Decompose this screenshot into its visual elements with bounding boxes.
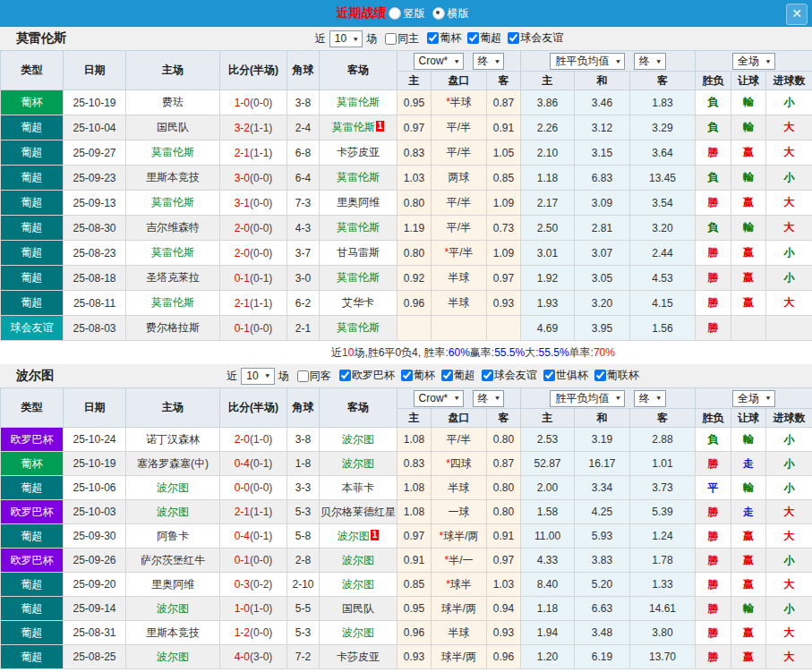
home-odds: 1.19 [397,216,432,241]
home-team-name: 阿鲁卡 [157,530,189,542]
handicap-line: 半球 [432,621,487,645]
halftime-score: (0-2) [250,578,272,591]
winloss-result: 勝 [696,597,731,621]
home-odds: 0.96 [397,291,432,316]
halftime-score: (0-0) [250,197,272,209]
handicap-result: 贏 [731,573,766,597]
match-count-select[interactable]: 10▼ [329,30,363,47]
chevron-down-icon: ▼ [655,57,662,64]
odds-time-dropdown[interactable]: 终▼ [473,53,505,70]
league-filter[interactable]: 葡联杯 [592,368,639,383]
handicap-result: 贏 [731,645,766,669]
match-date: 25-10-24 [64,428,126,452]
same-venue-filter[interactable]: 同主 [382,31,419,47]
scope-dropdown[interactable]: 全场▼ [732,53,775,70]
col-handicap: 让球 [731,409,766,428]
league-filter-label: 葡超 [454,368,475,383]
home-team: 圣塔克莱拉 [126,266,220,291]
avg-dropdown[interactable]: 胜平负均值▼ [550,53,625,70]
away-team-name: 卡莎皮亚 [337,651,380,663]
home-team-name: 莫雷伦斯 [151,196,194,208]
home-team: 阿鲁卡 [126,524,220,549]
home-odds: 0.80 [397,241,432,266]
same-venue-filter[interactable]: 同客 [295,369,331,384]
league-filter[interactable]: 欧罗巴杯 [337,368,395,383]
league-checkbox[interactable] [441,370,453,381]
col-odds-pan: 盘口 [432,72,487,90]
odds-group-header: Crow*▼ 终▼ [397,388,521,409]
col-odds-away: 客 [487,72,521,90]
league-checkbox[interactable] [508,32,519,44]
match-date: 25-09-23 [64,166,126,191]
avg-draw-value: 3.20 [592,297,612,310]
home-team: 里奥阿维 [126,573,220,597]
goals-result: 大 [766,140,812,166]
league-filter[interactable]: 球会友谊 [505,30,563,46]
league-filter[interactable]: 葡超 [439,368,475,383]
avg-home-value: 1.18 [537,172,558,184]
league-filter[interactable]: 球会友谊 [479,368,537,383]
league-checkbox[interactable] [401,370,413,381]
avg-dropdown[interactable]: 胜平负均值▼ [550,390,625,407]
handicap-result: 贏 [731,191,766,216]
away-team: 波尔图 [320,452,397,476]
league-checkbox[interactable] [467,32,479,44]
winloss-value: 勝 [708,578,719,591]
home-team-name: 莫雷伦斯 [151,146,194,158]
league-type-label: 葡杯 [21,96,43,108]
same-venue-checkbox[interactable] [385,33,397,45]
avg-home-odds: 3.01 [521,241,575,266]
avg-time-dropdown[interactable]: 终▼ [634,53,666,70]
match-score: 2-0(0-0) [220,216,287,241]
col-goals: 进球数 [766,72,812,90]
away-team: 卡莎皮亚 [320,140,397,166]
avg-home-value: 1.18 [537,602,558,615]
odds-time-dropdown[interactable]: 终▼ [473,390,505,407]
winloss-result: 負 [696,90,731,115]
radio-button[interactable] [389,7,401,20]
goals-result: 小 [766,452,812,476]
home-odds-value: 0.85 [404,578,424,591]
avg-away-odds: 5.39 [630,500,696,524]
league-type-label: 葡超 [21,271,43,284]
scope-dropdown[interactable]: 全场▼ [732,390,775,407]
avg-time-dropdown[interactable]: 终▼ [634,390,666,407]
col-corner: 角球 [287,51,320,90]
match-count-select[interactable]: 10▼ [241,368,274,385]
radio-button[interactable] [432,7,445,20]
handicap-result-value: 贏 [743,530,754,542]
league-checkbox[interactable] [543,370,555,381]
away-odds-value: 0.73 [493,222,514,234]
col-type: 类型 [1,51,64,90]
date-value: 25-10-19 [73,457,115,470]
league-checkbox[interactable] [594,370,606,381]
same-venue-checkbox[interactable] [297,370,309,382]
handicap-value: 半球 [449,626,470,639]
avg-away-odds: 1.01 [630,452,696,476]
league-checkbox[interactable] [339,370,351,381]
league-filter[interactable]: 世俱杯 [541,368,588,383]
corner-value: 3-7 [295,247,311,259]
fulltime-score: 1-2 [235,626,250,639]
matches-label: 场 [366,31,377,47]
league-type-label: 欧罗巴杯 [11,433,54,446]
close-button[interactable]: ✕ [786,4,808,25]
league-checkbox[interactable] [427,32,439,44]
league-checkbox[interactable] [482,370,493,381]
league-filter[interactable]: 葡超 [465,30,501,46]
bookmaker-dropdown[interactable]: Crow*▼ [414,53,465,70]
avg-value: 胜平负均值 [555,54,609,69]
corner-value: 3-8 [295,433,311,446]
league-filter[interactable]: 葡杯 [398,368,435,383]
goals-result-value: 大 [784,626,795,639]
chevron-down-icon: ▼ [453,57,460,64]
avg-draw-value: 3.09 [592,197,612,209]
away-team: 波尔图1 [320,524,397,549]
avg-home-value: 11.00 [534,530,560,542]
col-avg-away: 客 [630,409,696,428]
bookmaker-dropdown[interactable]: Crow*▼ [414,390,465,407]
avg-away-value: 1.33 [652,578,672,591]
away-team: 甘马雷斯 [320,241,397,266]
corner-score: 3-7 [287,241,320,266]
league-filter[interactable]: 葡杯 [424,30,461,46]
